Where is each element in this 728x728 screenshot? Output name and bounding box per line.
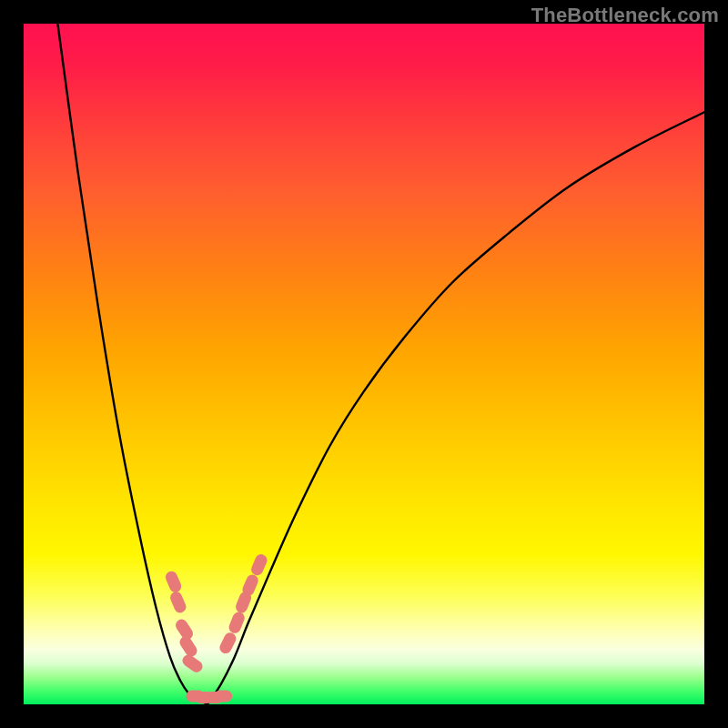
- bottleneck-curve: [57, 24, 704, 704]
- marker-pill: [249, 552, 268, 577]
- curve-layer: [24, 24, 704, 704]
- chart-container: TheBottleneck.com: [0, 0, 728, 728]
- marker-pill: [168, 590, 187, 614]
- series-bottleneck-right: [207, 112, 704, 704]
- marker-pill: [214, 691, 232, 703]
- marker-pill: [164, 570, 183, 594]
- marker-pill: [228, 611, 247, 635]
- watermark-text: TheBottleneck.com: [531, 4, 719, 27]
- marker-pill: [217, 631, 238, 655]
- series-bottleneck-left: [57, 24, 207, 704]
- plot-area: [24, 24, 704, 704]
